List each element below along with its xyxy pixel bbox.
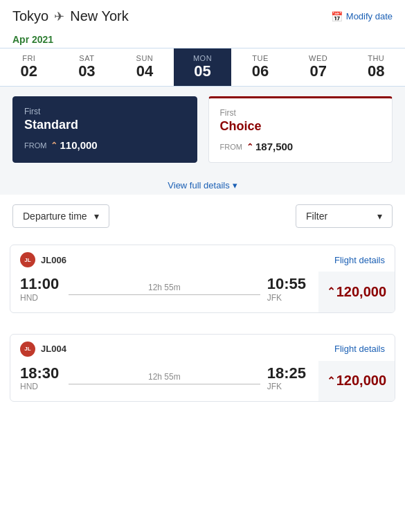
duration-line bbox=[69, 384, 260, 384]
fare-card-choice[interactable]: First Choice FROM ⌃ 187,500 bbox=[208, 96, 393, 163]
day-label: 08 bbox=[368, 62, 384, 80]
flight-code: JL004 bbox=[41, 344, 66, 354]
date-cell-05[interactable]: MON 05 bbox=[174, 48, 232, 86]
departure-time-filter[interactable]: Departure time ▾ bbox=[12, 204, 109, 228]
fare-price-row: FROM ⌃ 110,000 bbox=[24, 139, 186, 151]
depart-block: 11:00 HND bbox=[20, 276, 62, 302]
date-cell-04[interactable]: SUN 04 bbox=[116, 48, 174, 86]
fare-from-label: FROM bbox=[24, 141, 48, 150]
flight-card-header: JL JL004 Flight details bbox=[10, 335, 395, 361]
dow-label: SUN bbox=[136, 54, 154, 62]
filter-label: Filter bbox=[306, 211, 327, 222]
filters-row: Departure time ▾ Filter ▾ bbox=[0, 195, 405, 238]
avios-icon: ⌃ bbox=[327, 375, 336, 387]
header: Tokyo ✈ New York 📅 Modify date bbox=[0, 0, 405, 30]
duration-text: 12h 55m bbox=[148, 283, 181, 292]
price-block[interactable]: ⌃120,000 bbox=[318, 361, 395, 401]
day-label: 07 bbox=[309, 62, 326, 80]
departure-chevron-icon: ▾ bbox=[94, 211, 99, 222]
depart-airport: HND bbox=[20, 293, 62, 303]
origin-label: Tokyo bbox=[12, 8, 48, 24]
depart-time: 11:00 bbox=[20, 276, 62, 292]
day-label: 05 bbox=[194, 62, 210, 80]
date-cell-02[interactable]: FRI 02 bbox=[0, 48, 58, 86]
flight-price: ⌃120,000 bbox=[327, 284, 386, 300]
dow-label: TUE bbox=[252, 54, 269, 62]
dow-label: THU bbox=[368, 54, 384, 62]
airline-logo: JL bbox=[20, 342, 35, 357]
arrive-block: 10:55 JFK bbox=[267, 276, 309, 302]
fare-price-value: 187,500 bbox=[255, 141, 293, 152]
flight-code: JL006 bbox=[41, 255, 66, 265]
fare-from-label: FROM bbox=[220, 143, 244, 151]
dow-label: WED bbox=[309, 54, 327, 62]
day-label: 04 bbox=[136, 62, 153, 80]
date-cell-07[interactable]: WED 07 bbox=[289, 48, 348, 86]
duration-text: 12h 55m bbox=[148, 372, 181, 382]
flight-details-button[interactable]: Flight details bbox=[334, 344, 385, 354]
dow-label: FRI bbox=[22, 54, 35, 62]
fare-card-standard[interactable]: First Standard FROM ⌃ 110,000 bbox=[12, 96, 197, 163]
day-label: 02 bbox=[21, 62, 37, 80]
flight-card-body: 18:30 HND 12h 55m 18:25 JFK ⌃120,000 bbox=[10, 361, 395, 401]
fare-name-label: Standard bbox=[24, 118, 186, 132]
fare-type-label: First bbox=[24, 107, 186, 116]
filter-button[interactable]: Filter ▾ bbox=[296, 204, 393, 228]
depart-airport: HND bbox=[20, 382, 62, 391]
route-arrow: ✈ bbox=[54, 9, 64, 24]
arrive-time: 18:25 bbox=[267, 365, 309, 382]
month-label: Apr 2021 bbox=[0, 30, 405, 48]
day-label: 06 bbox=[252, 62, 269, 80]
flight-price: ⌃120,000 bbox=[327, 373, 386, 389]
flight-card-body: 11:00 HND 12h 55m 10:55 JFK ⌃120,000 bbox=[10, 272, 395, 312]
view-full-details-button[interactable]: View full details ▾ bbox=[168, 180, 237, 190]
modify-date-label: Modify date bbox=[346, 11, 393, 21]
price-value: 120,000 bbox=[336, 373, 386, 389]
route-display: Tokyo ✈ New York bbox=[12, 8, 129, 24]
avios-symbol: ⌃ bbox=[51, 141, 57, 150]
view-full-details-label: View full details bbox=[168, 180, 229, 190]
price-value: 120,000 bbox=[336, 284, 386, 300]
arrive-airport: JFK bbox=[267, 382, 309, 391]
chevron-down-icon: ▾ bbox=[233, 180, 237, 190]
day-label: 03 bbox=[78, 62, 95, 80]
departure-time-label: Departure time bbox=[23, 211, 87, 222]
avios-symbol: ⌃ bbox=[246, 142, 253, 152]
flights-list: JL JL006 Flight details 11:00 HND 12h 55… bbox=[0, 245, 405, 401]
date-cell-03[interactable]: SAT 03 bbox=[58, 48, 116, 86]
flight-card-jl006: JL JL006 Flight details 11:00 HND 12h 55… bbox=[10, 245, 395, 312]
arrive-airport: JFK bbox=[267, 293, 309, 303]
flight-card-jl004: JL JL004 Flight details 18:30 HND 12h 55… bbox=[10, 334, 395, 402]
modify-date-button[interactable]: 📅 Modify date bbox=[331, 11, 393, 22]
date-strip: FRI 02 SAT 03 SUN 04 MON 05 TUE 06 WED 0… bbox=[0, 48, 405, 87]
fare-price-row: FROM ⌃ 187,500 bbox=[220, 141, 381, 152]
fare-type-label: First bbox=[220, 108, 381, 118]
fare-cards-section: First Standard FROM ⌃ 110,000 First Choi… bbox=[0, 87, 405, 172]
avios-icon: ⌃ bbox=[327, 285, 336, 298]
calendar-icon: 📅 bbox=[331, 11, 343, 22]
airline-logo: JL bbox=[20, 252, 35, 267]
duration-block: 12h 55m bbox=[62, 372, 267, 384]
flight-details-button[interactable]: Flight details bbox=[334, 255, 385, 265]
depart-block: 18:30 HND bbox=[20, 365, 62, 391]
duration-line bbox=[69, 294, 260, 295]
dow-label: SAT bbox=[79, 54, 94, 62]
price-block[interactable]: ⌃120,000 bbox=[318, 272, 395, 312]
arrive-time: 10:55 bbox=[267, 276, 309, 292]
destination-label: New York bbox=[70, 8, 129, 24]
fare-name-label: Choice bbox=[220, 119, 381, 134]
view-details-row: View full details ▾ bbox=[0, 172, 405, 195]
arrive-block: 18:25 JFK bbox=[267, 365, 309, 391]
date-cell-06[interactable]: TUE 06 bbox=[231, 48, 289, 86]
date-cell-08[interactable]: THU 08 bbox=[347, 48, 405, 86]
depart-time: 18:30 bbox=[20, 365, 62, 382]
fare-price-value: 110,000 bbox=[60, 139, 97, 151]
filter-chevron-icon: ▾ bbox=[377, 211, 382, 222]
flight-card-header: JL JL006 Flight details bbox=[10, 245, 395, 272]
dow-label: MON bbox=[193, 54, 212, 62]
duration-block: 12h 55m bbox=[62, 283, 267, 295]
